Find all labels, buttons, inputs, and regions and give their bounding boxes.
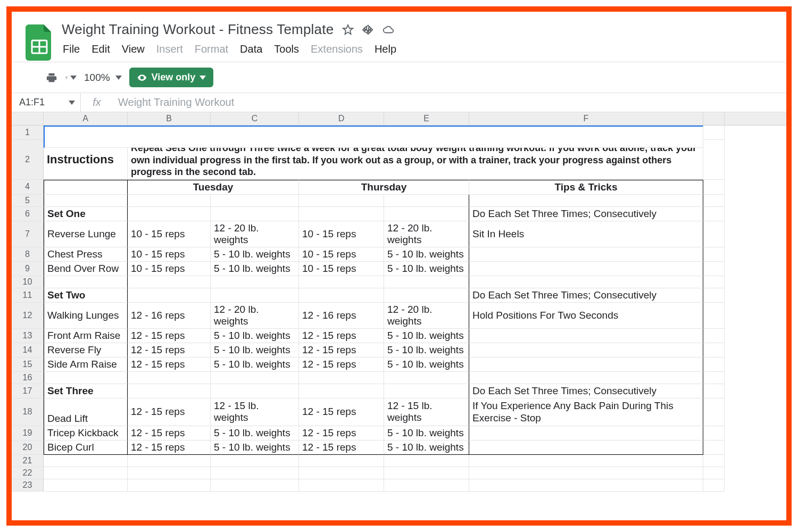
- cell-D13[interactable]: 12 - 15 reps: [299, 329, 384, 343]
- cell-E14[interactable]: 5 - 10 lb. weights: [384, 343, 469, 358]
- cell-B11[interactable]: [128, 288, 211, 303]
- cell-D22[interactable]: [299, 467, 384, 479]
- cell-E22[interactable]: [384, 467, 469, 479]
- select-all-corner[interactable]: [12, 112, 44, 125]
- cell-A5[interactable]: [44, 195, 128, 207]
- cell-F4[interactable]: Tips & Tricks: [469, 180, 703, 195]
- cell-F21[interactable]: [469, 455, 703, 467]
- cell-E13[interactable]: 5 - 10 lb. weights: [384, 329, 469, 343]
- col-header-B[interactable]: B: [128, 112, 211, 125]
- cell-B18[interactable]: 12 - 15 reps: [128, 398, 211, 427]
- cell-E15[interactable]: 5 - 10 lb. weights: [384, 358, 469, 372]
- cell-D23[interactable]: [299, 479, 384, 492]
- cell-C23[interactable]: [211, 479, 299, 492]
- cell-A2[interactable]: Instructions: [44, 140, 128, 180]
- cell-B12[interactable]: 12 - 16 reps: [128, 303, 211, 329]
- cell-B4[interactable]: Tuesday: [128, 180, 299, 195]
- cell-D20[interactable]: 12 - 15 reps: [299, 440, 384, 455]
- cell-C11[interactable]: [211, 288, 299, 303]
- menu-data[interactable]: Data: [240, 43, 262, 55]
- cell-E6[interactable]: [384, 207, 469, 221]
- col-header-A[interactable]: A: [44, 112, 128, 125]
- view-only-button[interactable]: View only: [129, 68, 214, 87]
- row-header[interactable]: 1: [12, 126, 44, 140]
- cell-B13[interactable]: 12 - 15 reps: [128, 329, 211, 343]
- col-header-E[interactable]: E: [384, 112, 469, 125]
- cell-A18[interactable]: Dead Lift: [44, 398, 128, 427]
- cloud-icon[interactable]: [383, 24, 394, 36]
- row-header[interactable]: 22: [12, 467, 44, 479]
- cell-B6[interactable]: [128, 207, 211, 221]
- cell-A1[interactable]: Weight Training Workout: [44, 126, 703, 140]
- cell-E12[interactable]: 12 - 20 lb. weights: [384, 303, 469, 329]
- cell-A22[interactable]: [44, 467, 128, 479]
- cell-A8[interactable]: Chest Press: [44, 247, 128, 262]
- cell-D15[interactable]: 12 - 15 reps: [299, 358, 384, 372]
- row-header[interactable]: 7: [12, 221, 44, 247]
- cell-A13[interactable]: Front Arm Raise: [44, 329, 128, 343]
- cell-B20[interactable]: 12 - 15 reps: [128, 440, 211, 455]
- cell-F5[interactable]: [469, 195, 703, 207]
- cell-D18[interactable]: 12 - 15 reps: [299, 398, 384, 427]
- row-header[interactable]: 16: [12, 372, 44, 384]
- row-header[interactable]: 5: [12, 195, 44, 207]
- row-header[interactable]: 9: [12, 262, 44, 276]
- cell-A17[interactable]: Set Three: [44, 384, 128, 398]
- move-icon[interactable]: [362, 24, 374, 36]
- cell-A9[interactable]: Bend Over Row: [44, 262, 128, 276]
- row-header[interactable]: 8: [12, 247, 44, 262]
- cell-F18[interactable]: If You Experience Any Back Pain During T…: [469, 398, 703, 427]
- cell-F17[interactable]: Do Each Set Three Times; Consecutively: [469, 384, 703, 398]
- cell-C17[interactable]: [211, 384, 299, 398]
- cell-B23[interactable]: [128, 479, 211, 492]
- row-header[interactable]: 11: [12, 288, 44, 303]
- cell-A10[interactable]: [44, 276, 128, 288]
- cell-C9[interactable]: 5 - 10 lb. weights: [211, 262, 299, 276]
- menu-edit[interactable]: Edit: [92, 43, 110, 55]
- cell-D7[interactable]: 10 - 15 reps: [299, 221, 384, 247]
- menu-help[interactable]: Help: [375, 43, 396, 55]
- cell-D4[interactable]: Thursday: [299, 180, 469, 195]
- cell-E19[interactable]: 5 - 10 lb. weights: [384, 426, 469, 440]
- name-box[interactable]: A1:F1: [12, 93, 81, 112]
- cell-C19[interactable]: 5 - 10 lb. weights: [211, 426, 299, 440]
- cell-A23[interactable]: [44, 479, 128, 492]
- cell-F12[interactable]: Hold Positions For Two Seconds: [469, 303, 703, 329]
- row-header[interactable]: 18: [12, 398, 44, 427]
- cell-E7[interactable]: 12 - 20 lb. weights: [384, 221, 469, 247]
- col-header-C[interactable]: C: [211, 112, 299, 125]
- menu-file[interactable]: File: [63, 43, 80, 55]
- cell-E18[interactable]: 12 - 15 lb. weights: [384, 398, 469, 427]
- cell-D21[interactable]: [299, 455, 384, 467]
- cell-C18[interactable]: 12 - 15 lb. weights: [211, 398, 299, 427]
- cell-B17[interactable]: [128, 384, 211, 398]
- menu-tools[interactable]: Tools: [274, 43, 299, 55]
- cell-D6[interactable]: [299, 207, 384, 221]
- cell-F11[interactable]: Do Each Set Three Times; Consecutively: [469, 288, 703, 303]
- cell-C15[interactable]: 5 - 10 lb. weights: [211, 358, 299, 372]
- formula-bar[interactable]: Weight Training Workout: [113, 96, 786, 109]
- cell-B2[interactable]: Repeat Sets One through Three twice a we…: [128, 140, 703, 180]
- cell-F22[interactable]: [469, 467, 703, 479]
- cell-C22[interactable]: [211, 467, 299, 479]
- star-icon[interactable]: [342, 24, 354, 36]
- row-header[interactable]: 15: [12, 358, 44, 372]
- cell-E9[interactable]: 5 - 10 lb. weights: [384, 262, 469, 276]
- cell-B15[interactable]: 12 - 15 reps: [128, 358, 211, 372]
- cell-A7[interactable]: Reverse Lunge: [44, 221, 128, 247]
- cell-D14[interactable]: 12 - 15 reps: [299, 343, 384, 358]
- cell-C7[interactable]: 12 - 20 lb. weights: [211, 221, 299, 247]
- cell-B8[interactable]: 10 - 15 reps: [128, 247, 211, 262]
- row-header[interactable]: 4: [12, 180, 44, 195]
- cell-B19[interactable]: 12 - 15 reps: [128, 426, 211, 440]
- cell-B5[interactable]: [128, 195, 211, 207]
- cell-C5[interactable]: [211, 195, 299, 207]
- cell-A6[interactable]: Set One: [44, 207, 128, 221]
- cell-D16[interactable]: [299, 372, 384, 384]
- cell-E21[interactable]: [384, 455, 469, 467]
- cell-D11[interactable]: [299, 288, 384, 303]
- col-header-F[interactable]: F: [469, 112, 703, 125]
- cell-F23[interactable]: [469, 479, 703, 492]
- cell-C14[interactable]: 5 - 10 lb. weights: [211, 343, 299, 358]
- cell-C20[interactable]: 5 - 10 lb. weights: [211, 440, 299, 455]
